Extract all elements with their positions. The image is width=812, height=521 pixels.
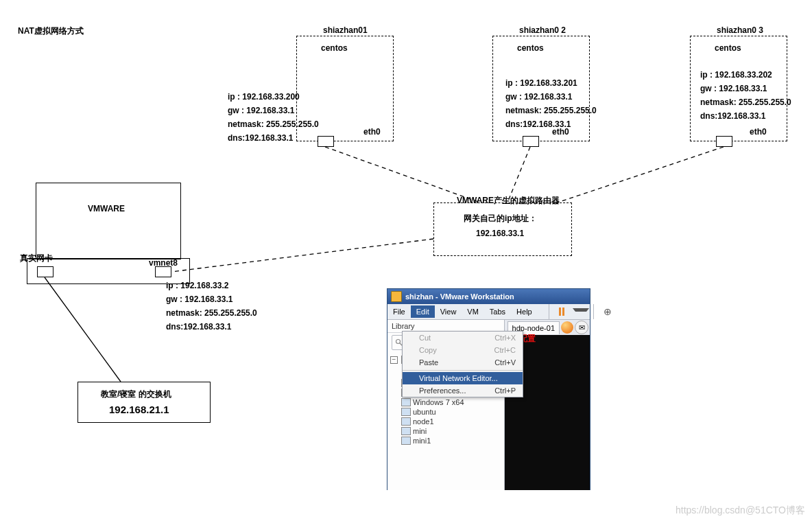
switch-l1: 教室/寝室 的交换机 [101, 389, 171, 400]
vm2-name: shiazhan0 2 [519, 25, 566, 36]
vm1-name: shiazhan01 [323, 25, 368, 36]
titlebar: shizhan - VMware Workstation [387, 289, 590, 304]
vm3-ip: ip : 192.168.33.202 [700, 69, 772, 81]
vm1-dns: dns:192.168.33.1 [228, 132, 293, 144]
switch-l2: 192.168.21.1 [109, 402, 169, 417]
host-gw: gw : 192.168.33.1 [166, 294, 232, 305]
mail-icon[interactable]: ✉ [575, 321, 588, 334]
menu-file[interactable]: File [387, 305, 411, 318]
svg-line-1 [508, 147, 530, 202]
vm3-dns: dns:192.168.33.1 [700, 111, 765, 122]
watermark: https://blog.csdn@51CTO博客 [676, 505, 805, 517]
ctx-virtual-network-editor[interactable]: Virtual Network Editor... [403, 372, 523, 384]
chevron-down-icon [573, 308, 589, 316]
edit-context-menu: CutCtrl+X CopyCtrl+C PasteCtrl+V Virtual… [402, 331, 523, 397]
vm3-gw: gw : 192.168.33.1 [700, 83, 767, 95]
vm2-nm: netmask: 255.255.255.0 [505, 105, 597, 117]
diagram-root: NAT虚拟网络方式 shiazhan01 centos ip : 192.168… [0, 0, 812, 521]
tree-item[interactable]: mini1 [389, 436, 503, 445]
host-port-vmnet [155, 266, 171, 277]
window-title: shizhan - VMware Workstation [405, 292, 514, 301]
tree-item[interactable]: Windows 7 x64 [389, 397, 503, 407]
diagram-title: NAT虚拟网络方式 [18, 25, 84, 37]
menubar: File Edit View VM Tabs Help ⊕ [387, 304, 590, 320]
vm2-gw: gw : 192.168.33.1 [505, 91, 572, 103]
tree-item[interactable]: node1 [389, 417, 503, 426]
svg-line-3 [171, 239, 433, 272]
ctx-cut: CutCtrl+X [403, 332, 523, 344]
menu-help[interactable]: Help [511, 305, 538, 318]
host-ip: ip : 192.168.33.2 [166, 280, 228, 292]
host-label: VMWARE [88, 203, 125, 215]
menu-vm[interactable]: VM [462, 305, 484, 318]
host-port-real [37, 266, 53, 277]
ctx-copy: CopyCtrl+C [403, 344, 523, 356]
vm2-port [523, 136, 539, 147]
host-dns: dns:192.168.33.1 [166, 321, 231, 333]
firefox-icon[interactable] [561, 321, 573, 334]
vm1-nm: netmask: 255.255.255.0 [228, 119, 319, 130]
vm1-ip: ip : 192.168.33.200 [228, 91, 300, 103]
pause-button[interactable] [549, 304, 593, 319]
vm3-os: centos [715, 43, 741, 54]
menu-tabs[interactable]: Tabs [484, 305, 511, 318]
ctx-preferences[interactable]: Preferences...Ctrl+P [403, 384, 523, 397]
app-icon [391, 291, 402, 302]
vm1-nic: eth0 [363, 126, 381, 138]
vm3-nm: netmask: 255.255.255.0 [700, 97, 791, 108]
vm1-port [318, 136, 334, 147]
add-button[interactable]: ⊕ [593, 304, 621, 319]
menu-edit[interactable]: Edit [411, 305, 435, 318]
vm1-gw: gw : 192.168.33.1 [228, 105, 294, 117]
svg-line-0 [325, 147, 480, 202]
plus-icon: ⊕ [598, 304, 617, 319]
tree-item[interactable]: ubuntu [389, 407, 503, 417]
menu-view[interactable]: View [435, 305, 462, 318]
router-l2: 192.168.33.1 [476, 228, 524, 240]
vm3-name: shiazhan0 3 [717, 25, 763, 36]
vm1-os: centos [321, 43, 348, 54]
vm2-nic: eth0 [552, 126, 569, 138]
svg-line-4 [45, 277, 121, 382]
host-box [36, 183, 181, 259]
vm2-ip: ip : 192.168.33.201 [505, 78, 577, 89]
svg-line-2 [556, 147, 724, 203]
tree-item[interactable]: mini [389, 426, 503, 436]
host-nm: netmask: 255.255.255.0 [166, 308, 257, 319]
vm3-nic: eth0 [750, 126, 767, 138]
ctx-paste[interactable]: PasteCtrl+V [403, 356, 523, 369]
host-realnic: 真实网卡 [20, 253, 53, 264]
svg-point-5 [396, 340, 401, 344]
vm3-port [716, 136, 732, 147]
router-l1: 网关自己的ip地址： [464, 213, 537, 224]
vm2-os: centos [517, 43, 544, 54]
